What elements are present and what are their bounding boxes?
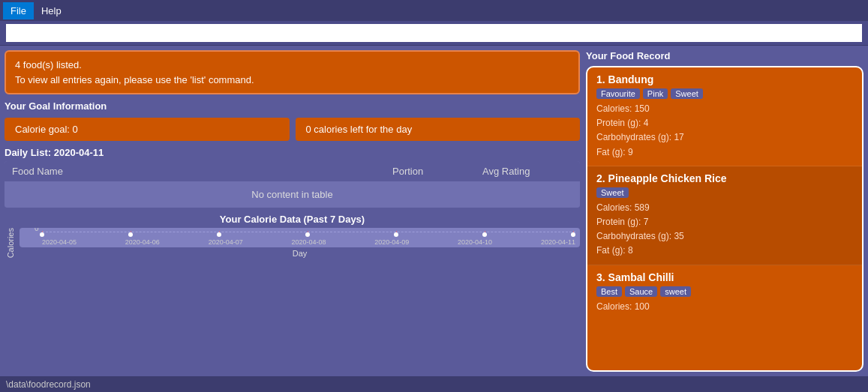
col-portion: Portion	[392, 166, 482, 177]
food-item-1-header: 1. Bandung	[596, 73, 853, 85]
statusbar: \data\foodrecord.json	[0, 376, 868, 392]
food-item-3-details: Calories: 100	[596, 300, 853, 314]
food-item-3-tags: Best Sauce sweet	[596, 286, 853, 297]
food-item-3-name: Sambal Chilli	[608, 271, 674, 283]
calorie-goal-box: Calorie goal: 0	[5, 118, 290, 141]
chart-dot-6	[571, 232, 575, 237]
chart-dot-4	[394, 232, 398, 237]
daily-table: Food Name Portion Avg Rating No content …	[5, 161, 580, 208]
chart-zero-label: 0	[35, 228, 39, 232]
chart-y-label: Calories	[5, 228, 17, 258]
x-axis-labels: 2020-04-05 2020-04-06 2020-04-07 2020-04…	[42, 238, 575, 246]
food-item-3: 3. Sambal Chilli Best Sauce sweet Calori…	[587, 265, 862, 320]
table-header: Food Name Portion Avg Rating	[5, 161, 580, 181]
tag-sauce: Sauce	[625, 286, 657, 297]
food-item-1-protein: Protein (g): 4	[596, 116, 853, 130]
x-label-1: 2020-04-06	[125, 238, 160, 246]
chart-title: Your Calorie Data (Past 7 Days)	[5, 214, 580, 225]
x-label-3: 2020-04-08	[291, 238, 326, 246]
right-panel: Your Food Record 1. Bandung Favourite Pi…	[586, 50, 863, 372]
tag-sweet-3: sweet	[660, 286, 691, 297]
food-item-2-fat: Fat (g): 8	[596, 244, 853, 258]
chart-dot-1	[128, 232, 133, 237]
food-item-2-index: 2.	[596, 172, 605, 184]
food-item-1-tags: Favourite Pink Sweet	[596, 88, 853, 99]
calories-left-box: 0 calories left for the day	[296, 118, 581, 141]
table-empty: No content in table	[5, 181, 580, 208]
col-food-name: Food Name	[12, 166, 392, 177]
daily-list-section: Daily List: 2020-04-11 Food Name Portion…	[5, 147, 580, 208]
daily-list-title: Daily List: 2020-04-11	[5, 147, 580, 158]
food-record-list[interactable]: 1. Bandung Favourite Pink Sweet Calories…	[586, 66, 863, 372]
menubar: File Help	[0, 0, 868, 21]
food-item-1-index: 1.	[596, 73, 605, 85]
left-panel: 4 food(s) listed. To view all entries ag…	[5, 50, 580, 372]
food-item-1-name: Bandung	[608, 73, 654, 85]
notification-line2: To view all entries again, please use th…	[15, 73, 569, 88]
food-item-3-calories: Calories: 100	[596, 300, 853, 314]
goal-section-title: Your Goal Information	[5, 100, 580, 112]
search-bar-container	[0, 21, 868, 46]
chart-container: 0 2020-04-05 2020-04-06 2020-04-07 2020-…	[20, 228, 580, 258]
col-avg-rating: Avg Rating	[482, 166, 572, 177]
chart-x-label: Day	[20, 249, 580, 258]
goal-section: Your Goal Information Calorie goal: 0 0 …	[5, 100, 580, 141]
statusbar-path: \data\foodrecord.json	[6, 379, 91, 390]
x-label-5: 2020-04-10	[458, 238, 492, 246]
chart-wrapper: Calories	[5, 228, 580, 258]
x-label-6: 2020-04-11	[541, 238, 575, 246]
chart-dot-2	[217, 232, 221, 237]
chart-grid	[42, 231, 575, 232]
food-item-1-calories: Calories: 150	[596, 102, 853, 116]
food-item-1: 1. Bandung Favourite Pink Sweet Calories…	[587, 67, 862, 166]
menu-help[interactable]: Help	[34, 2, 69, 19]
x-label-4: 2020-04-09	[374, 238, 409, 246]
chart-section: Your Calorie Data (Past 7 Days) Calories	[5, 214, 580, 258]
main-content: 4 food(s) listed. To view all entries ag…	[0, 46, 868, 376]
notification-line1: 4 food(s) listed.	[15, 58, 569, 73]
tag-best: Best	[596, 286, 622, 297]
food-item-2-calories: Calories: 589	[596, 201, 853, 215]
food-item-2-name: Pineapple Chicken Rice	[608, 172, 727, 184]
food-item-3-index: 3.	[596, 271, 605, 283]
chart-dot-5	[482, 232, 487, 237]
food-item-1-fat: Fat (g): 9	[596, 145, 853, 160]
tag-pink: Pink	[643, 88, 668, 99]
chart-dot-0	[40, 232, 44, 237]
food-record-title: Your Food Record	[586, 50, 863, 61]
food-item-2-protein: Protein (g): 7	[596, 215, 853, 229]
food-item-2-details: Calories: 589 Protein (g): 7 Carbohydrat…	[596, 201, 853, 259]
food-item-1-details: Calories: 150 Protein (g): 4 Carbohydrat…	[596, 102, 853, 160]
tag-favourite: Favourite	[596, 88, 640, 99]
menu-file[interactable]: File	[3, 2, 34, 19]
food-item-1-carbs: Carbohydrates (g): 17	[596, 130, 853, 145]
chart-dot-3	[305, 232, 310, 237]
x-label-2: 2020-04-07	[209, 238, 243, 246]
chart-area: 0 2020-04-05 2020-04-06 2020-04-07 2020-…	[20, 228, 580, 247]
x-label-0: 2020-04-05	[42, 238, 77, 246]
goal-boxes: Calorie goal: 0 0 calories left for the …	[5, 118, 580, 141]
food-item-2: 2. Pineapple Chicken Rice Sweet Calories…	[587, 166, 862, 265]
tag-sweet: Sweet	[671, 88, 703, 99]
tag-sweet-2: Sweet	[596, 187, 629, 198]
food-item-3-header: 3. Sambal Chilli	[596, 271, 853, 283]
search-input[interactable]	[6, 24, 862, 42]
food-item-2-tags: Sweet	[596, 187, 853, 198]
food-item-2-carbs: Carbohydrates (g): 35	[596, 229, 853, 244]
food-item-2-header: 2. Pineapple Chicken Rice	[596, 172, 853, 184]
notification-box: 4 food(s) listed. To view all entries ag…	[5, 50, 580, 94]
